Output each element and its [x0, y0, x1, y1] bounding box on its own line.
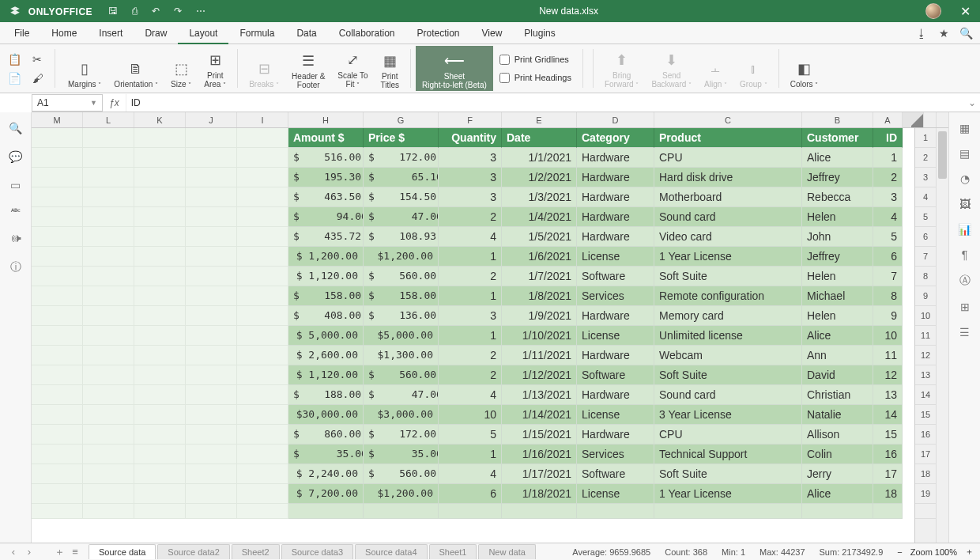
- zoom-label[interactable]: Zoom 100%: [910, 547, 957, 557]
- menu-tab-view[interactable]: View: [471, 22, 514, 44]
- paragraph-settings-icon[interactable]: ¶: [962, 248, 968, 261]
- row-header[interactable]: 13: [915, 365, 936, 385]
- row-header[interactable]: 9: [915, 286, 936, 306]
- slicer-settings-icon[interactable]: ☰: [959, 326, 970, 339]
- table-row[interactable]: $ 1,200.00$1,200.0011/6/2021License1 Yea…: [32, 247, 914, 267]
- cut-icon[interactable]: ✂: [32, 53, 43, 66]
- image-settings-icon[interactable]: 🖼: [959, 198, 971, 210]
- about-icon[interactable]: ⓘ: [10, 260, 21, 274]
- comments-icon[interactable]: 💬: [9, 150, 22, 163]
- vertical-scrollbar[interactable]: [936, 128, 948, 543]
- sheet-tab[interactable]: Source data4: [355, 544, 427, 559]
- col-header-K[interactable]: K: [134, 112, 186, 127]
- col-header-A[interactable]: A: [873, 112, 903, 127]
- row-header[interactable]: 16: [915, 425, 936, 445]
- grid[interactable]: Amount $Price $QuantityDateCategoryProdu…: [32, 128, 914, 543]
- table-row[interactable]: $ 7,200.00$1,200.0061/18/2021License1 Ye…: [32, 484, 914, 504]
- save-icon[interactable]: 🖫: [108, 6, 118, 17]
- row-header[interactable]: 6: [915, 227, 936, 247]
- select-all-icon[interactable]: [911, 112, 923, 127]
- row-header[interactable]: 18: [915, 464, 936, 484]
- menu-tab-protection[interactable]: Protection: [406, 22, 471, 44]
- col-header-C[interactable]: C: [654, 112, 802, 127]
- chart-settings-icon[interactable]: 📊: [958, 223, 971, 236]
- ribbon-printarea[interactable]: ⊞PrintArea ˅: [198, 46, 232, 91]
- feedback-icon[interactable]: 🕪: [10, 232, 21, 244]
- table-row[interactable]: $ 516.00$ 172.0031/1/2021HardwareCPUAlic…: [32, 148, 914, 168]
- row-header[interactable]: 4: [915, 187, 936, 207]
- pivot-settings-icon[interactable]: ⊞: [960, 301, 970, 313]
- col-header-F[interactable]: F: [439, 112, 502, 127]
- row-header[interactable]: 2: [915, 148, 936, 168]
- table-row[interactable]: $ 860.00$ 172.0051/15/2021HardwareCPUAll…: [32, 425, 914, 445]
- col-header-M[interactable]: M: [32, 112, 83, 127]
- menu-tab-layout[interactable]: Layout: [178, 22, 228, 44]
- menu-tab-draw[interactable]: Draw: [134, 22, 178, 44]
- ribbon-orientation[interactable]: 🗎Orientation ˅: [107, 46, 164, 91]
- row-header[interactable]: 19: [915, 484, 936, 504]
- copy-icon[interactable]: 📋: [8, 53, 21, 66]
- table-row[interactable]: $ 2,240.00$ 560.0041/17/2021SoftwareSoft…: [32, 464, 914, 484]
- paste-icon[interactable]: 📄: [8, 72, 21, 85]
- add-sheet-icon[interactable]: ＋: [52, 545, 66, 559]
- table-row[interactable]: $ 2,600.00$1,300.0021/11/2021HardwareWeb…: [32, 346, 914, 365]
- row-header[interactable]: 17: [915, 445, 936, 464]
- expand-formula-icon[interactable]: ⌄: [964, 97, 980, 108]
- col-header-I[interactable]: I: [237, 112, 288, 127]
- column-headers[interactable]: MLKJIHGFEDCBA: [32, 112, 948, 128]
- row-header[interactable]: 8: [915, 267, 936, 286]
- menu-tab-insert[interactable]: Insert: [88, 22, 134, 44]
- table-row[interactable]: $ 195.30$ 65.1031/2/2021HardwareHard dis…: [32, 168, 914, 187]
- tab-prev-icon[interactable]: ‹: [6, 546, 21, 558]
- col-header-H[interactable]: H: [288, 112, 364, 127]
- print-icon[interactable]: ⎙: [132, 6, 138, 17]
- undo-icon[interactable]: ↶: [152, 6, 160, 17]
- menu-tab-collaboration[interactable]: Collaboration: [328, 22, 406, 44]
- chat-icon[interactable]: ▭: [10, 179, 21, 191]
- col-header-B[interactable]: B: [802, 112, 873, 127]
- table-row[interactable]: $ 35.00$ 35.0011/16/2021ServicesTechnica…: [32, 445, 914, 464]
- ribbon-margins[interactable]: ▯Margins ˅: [62, 46, 107, 91]
- zoom-out-icon[interactable]: −: [897, 547, 902, 557]
- col-header-L[interactable]: L: [83, 112, 134, 127]
- col-header-D[interactable]: D: [577, 112, 654, 127]
- favorite-icon[interactable]: ★: [933, 27, 955, 40]
- table-row[interactable]: $ 1,120.00$ 560.0021/7/2021SoftwareSoft …: [32, 267, 914, 286]
- search-icon[interactable]: 🔍: [955, 27, 977, 40]
- ribbon-size[interactable]: ⬚Size ˅: [164, 46, 198, 91]
- col-header-G[interactable]: G: [364, 112, 439, 127]
- row-header[interactable]: 5: [915, 207, 936, 227]
- row-header[interactable]: 15: [915, 405, 936, 425]
- sheet-list-icon[interactable]: ≡: [68, 546, 82, 558]
- name-box[interactable]: A1▼: [32, 94, 103, 112]
- menu-tab-file[interactable]: File: [3, 22, 40, 44]
- open-location-icon[interactable]: ⭳: [910, 27, 933, 40]
- ribbon-stf[interactable]: ⤢Scale ToFit ˅: [331, 46, 374, 91]
- ribbon-rtl[interactable]: ⟵SheetRight-to-left (Beta): [416, 46, 493, 91]
- table-row[interactable]: $30,000.00$3,000.00101/14/2021License3 Y…: [32, 405, 914, 425]
- row-headers[interactable]: 12345678910111213141516171819: [914, 128, 936, 543]
- cell-settings-icon[interactable]: ▦: [959, 122, 970, 134]
- ribbon-col[interactable]: ◧Colors ˅: [784, 46, 825, 91]
- textart-settings-icon[interactable]: Ⓐ: [959, 274, 971, 288]
- table-row[interactable]: $ 5,000.00$5,000.0011/10/2021LicenseUnli…: [32, 326, 914, 346]
- menu-tab-data[interactable]: Data: [285, 22, 327, 44]
- sheet-tab[interactable]: Sheet1: [429, 544, 477, 559]
- table-row[interactable]: $ 188.00$ 47.0041/13/2021HardwareSound c…: [32, 385, 914, 405]
- menu-tab-formula[interactable]: Formula: [228, 22, 285, 44]
- row-header[interactable]: 1: [915, 128, 936, 148]
- menu-tab-plugins[interactable]: Plugins: [513, 22, 566, 44]
- chevron-down-icon[interactable]: ▼: [90, 99, 97, 107]
- table-row[interactable]: $ 1,120.00$ 560.0021/12/2021SoftwareSoft…: [32, 365, 914, 385]
- sheet-tab[interactable]: Source data: [89, 544, 156, 559]
- row-header[interactable]: 10: [915, 306, 936, 326]
- row-header[interactable]: 11: [915, 326, 936, 346]
- fx-icon[interactable]: ƒx: [103, 97, 126, 108]
- formula-input[interactable]: ID: [126, 94, 964, 112]
- sheet-tab[interactable]: Source data2: [157, 544, 229, 559]
- tab-next-icon[interactable]: ›: [22, 546, 36, 558]
- row-header[interactable]: 12: [915, 346, 936, 365]
- redo-icon[interactable]: ↷: [174, 6, 182, 17]
- menu-tab-home[interactable]: Home: [40, 22, 88, 44]
- sheet-tab[interactable]: Sheet2: [232, 544, 280, 559]
